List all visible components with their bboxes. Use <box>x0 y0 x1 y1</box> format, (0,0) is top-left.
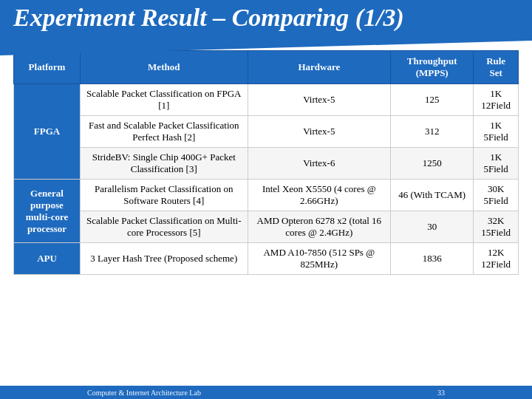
table-row: Scalable Packet Classification on Multi-… <box>14 211 519 243</box>
table-header-row: Platform Method Hardware Throughput (MPP… <box>14 51 519 84</box>
col-method: Method <box>81 51 248 84</box>
ruleset-cell: 30K 5Field <box>474 180 519 211</box>
page-title: Experiment Result – Comparing (1/3) <box>13 4 404 32</box>
throughput-cell: 46 (With TCAM) <box>391 180 474 211</box>
throughput-cell: 1836 <box>391 243 474 275</box>
throughput-cell: 1250 <box>391 148 474 180</box>
ruleset-cell: 1K 5Field <box>474 116 519 148</box>
throughput-cell: 125 <box>391 84 474 116</box>
hardware-cell: Virtex-5 <box>248 116 391 148</box>
ruleset-cell: 1K 12Field <box>474 84 519 116</box>
hardware-cell: Intel Xeon X5550 (4 cores @ 2.66GHz) <box>248 180 391 211</box>
platform-cell: APU <box>14 243 81 275</box>
col-throughput: Throughput (MPPS) <box>391 51 474 84</box>
ruleset-cell: 32K 15Field <box>474 211 519 243</box>
table-row: General purpose multi-core processorPara… <box>14 180 519 211</box>
platform-cell: General purpose multi-core processor <box>14 180 81 243</box>
method-cell: StrideBV: Single Chip 400G+ Packet Class… <box>81 148 248 180</box>
bottom-bar: Computer & Internet Architecture Lab 33 <box>0 386 532 399</box>
table-row: StrideBV: Single Chip 400G+ Packet Class… <box>14 148 519 180</box>
col-platform: Platform <box>14 51 81 84</box>
table-row: Fast and Scalable Packet Classification … <box>14 116 519 148</box>
main-table-container: Platform Method Hardware Throughput (MPP… <box>13 50 519 384</box>
table-row: FPGAScalable Packet Classification on FP… <box>14 84 519 116</box>
method-cell: Scalable Packet Classification on FPGA [… <box>81 84 248 116</box>
hardware-cell: AMD Opteron 6278 x2 (total 16 cores @ 2.… <box>248 211 391 243</box>
platform-cell: FPGA <box>14 84 81 180</box>
hardware-cell: AMD A10-7850 (512 SPs @ 825MHz) <box>248 243 391 275</box>
col-hardware: Hardware <box>248 51 391 84</box>
hardware-cell: Virtex-6 <box>248 148 391 180</box>
method-cell: 3 Layer Hash Tree (Proposed scheme) <box>81 243 248 275</box>
ruleset-cell: 12K 12Field <box>474 243 519 275</box>
bottom-label: Computer & Internet Architecture Lab <box>87 389 201 397</box>
comparison-table: Platform Method Hardware Throughput (MPP… <box>13 50 519 275</box>
method-cell: Parallelism Packet Classification on Sof… <box>81 180 248 211</box>
throughput-cell: 30 <box>391 211 474 243</box>
hardware-cell: Virtex-5 <box>248 84 391 116</box>
ruleset-cell: 1K 5Field <box>474 148 519 180</box>
table-row: APU3 Layer Hash Tree (Proposed scheme)AM… <box>14 243 519 275</box>
method-cell: Scalable Packet Classification on Multi-… <box>81 211 248 243</box>
col-ruleset: Rule Set <box>474 51 519 84</box>
page-title-text: Experiment Result – Comparing (1/3) <box>13 4 404 31</box>
method-cell: Fast and Scalable Packet Classification … <box>81 116 248 148</box>
throughput-cell: 312 <box>391 116 474 148</box>
page-number: 33 <box>437 389 445 397</box>
